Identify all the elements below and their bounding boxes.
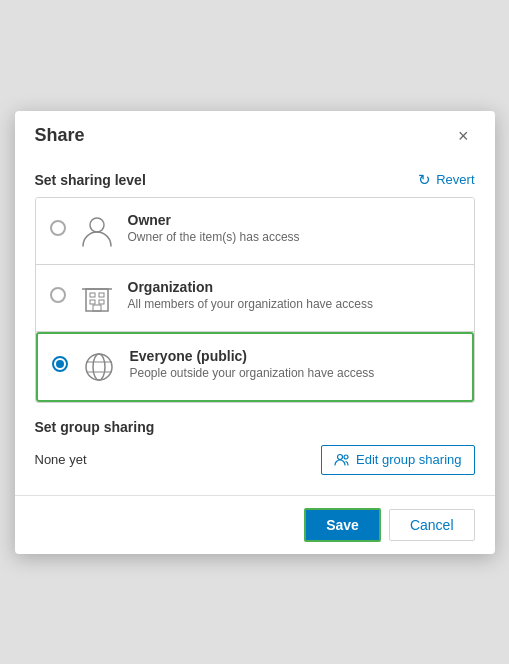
organization-icon bbox=[78, 279, 116, 317]
share-dialog: Share × Set sharing level ↻ Revert bbox=[15, 111, 495, 554]
svg-point-9 bbox=[93, 354, 105, 380]
everyone-desc: People outside your organization have ac… bbox=[130, 366, 458, 380]
dialog-footer: Save Cancel bbox=[15, 495, 495, 554]
sharing-level-title: Set sharing level bbox=[35, 172, 146, 188]
everyone-icon bbox=[80, 348, 118, 386]
sharing-option-everyone[interactable]: Everyone (public) People outside your or… bbox=[36, 332, 474, 402]
radio-everyone bbox=[52, 348, 68, 372]
sharing-option-organization[interactable]: Organization All members of your organiz… bbox=[36, 265, 474, 332]
svg-rect-1 bbox=[86, 289, 108, 311]
owner-icon bbox=[78, 212, 116, 250]
svg-rect-2 bbox=[90, 293, 95, 297]
dialog-title: Share bbox=[35, 125, 85, 146]
organization-content: Organization All members of your organiz… bbox=[128, 279, 460, 311]
svg-rect-4 bbox=[90, 300, 95, 304]
svg-rect-5 bbox=[99, 300, 104, 304]
svg-point-12 bbox=[337, 454, 342, 459]
group-sharing-section: Set group sharing None yet Edit group sh… bbox=[35, 419, 475, 475]
owner-label: Owner bbox=[128, 212, 460, 228]
organization-label: Organization bbox=[128, 279, 460, 295]
sharing-options-list: Owner Owner of the item(s) has access bbox=[35, 197, 475, 403]
owner-content: Owner Owner of the item(s) has access bbox=[128, 212, 460, 244]
revert-button[interactable]: ↻ Revert bbox=[418, 171, 474, 189]
sharing-level-header: Set sharing level ↻ Revert bbox=[35, 171, 475, 189]
svg-rect-3 bbox=[99, 293, 104, 297]
edit-group-button[interactable]: Edit group sharing bbox=[321, 445, 475, 475]
dialog-header: Share × bbox=[15, 111, 495, 157]
radio-everyone-indicator bbox=[52, 356, 68, 372]
sharing-option-owner[interactable]: Owner Owner of the item(s) has access bbox=[36, 198, 474, 265]
group-icon bbox=[334, 452, 350, 468]
save-button[interactable]: Save bbox=[304, 508, 381, 542]
revert-icon: ↻ bbox=[418, 171, 431, 189]
everyone-content: Everyone (public) People outside your or… bbox=[130, 348, 458, 380]
revert-label: Revert bbox=[436, 172, 474, 187]
close-button[interactable]: × bbox=[452, 125, 475, 147]
svg-point-8 bbox=[86, 354, 112, 380]
edit-group-label: Edit group sharing bbox=[356, 452, 462, 467]
radio-owner-indicator bbox=[50, 220, 66, 236]
everyone-label: Everyone (public) bbox=[130, 348, 458, 364]
svg-rect-6 bbox=[93, 305, 101, 311]
svg-point-13 bbox=[344, 455, 348, 459]
group-sharing-title: Set group sharing bbox=[35, 419, 155, 435]
radio-organization-indicator bbox=[50, 287, 66, 303]
owner-desc: Owner of the item(s) has access bbox=[128, 230, 460, 244]
svg-point-0 bbox=[90, 218, 104, 232]
radio-owner bbox=[50, 212, 66, 236]
none-yet-label: None yet bbox=[35, 452, 87, 467]
radio-organization bbox=[50, 279, 66, 303]
group-sharing-row: None yet Edit group sharing bbox=[35, 445, 475, 475]
cancel-button[interactable]: Cancel bbox=[389, 509, 475, 541]
group-sharing-header: Set group sharing bbox=[35, 419, 475, 435]
dialog-body: Set sharing level ↻ Revert bbox=[15, 171, 495, 495]
organization-desc: All members of your organization have ac… bbox=[128, 297, 460, 311]
